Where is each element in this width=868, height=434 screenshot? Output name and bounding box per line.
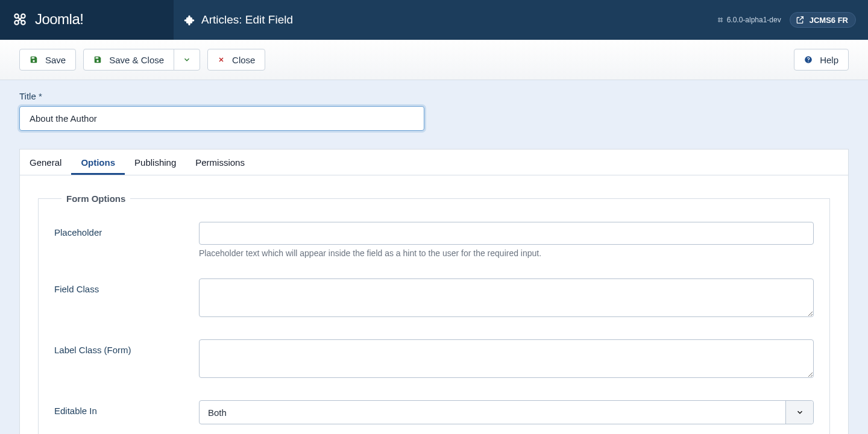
placeholder-desc: Placeholder text which will appear insid… bbox=[199, 248, 814, 258]
page-title: Articles: Edit Field bbox=[201, 13, 293, 27]
joomla-icon bbox=[12, 11, 28, 27]
close-icon bbox=[218, 56, 225, 63]
field-class-input[interactable] bbox=[199, 278, 814, 317]
toolbar: Save Save & Close Close bbox=[0, 40, 868, 80]
field-class-label: Field Class bbox=[54, 278, 199, 294]
title-label: Title * bbox=[19, 91, 849, 101]
svg-point-4 bbox=[718, 18, 720, 20]
version-badge: 6.0.0-alpha1-dev bbox=[717, 16, 781, 24]
tabs: General Options Publishing Permissions bbox=[20, 149, 848, 175]
chevron-down-icon bbox=[183, 55, 191, 64]
chevron-down-icon bbox=[785, 401, 813, 424]
form-options-legend: Form Options bbox=[61, 193, 130, 204]
page-title-wrap: Articles: Edit Field bbox=[183, 13, 293, 27]
header-main: Articles: Edit Field 6.0.0-alpha1-dev JC… bbox=[174, 0, 868, 40]
tab-options[interactable]: Options bbox=[71, 149, 125, 175]
header-right: 6.0.0-alpha1-dev JCMS6 FR bbox=[717, 12, 856, 28]
content-area: Title * General Options Publishing Permi… bbox=[0, 80, 868, 434]
header-bar: Joomla! Articles: Edit Field 6.0.0-alpha… bbox=[0, 0, 868, 40]
puzzle-icon bbox=[183, 14, 195, 26]
close-label: Close bbox=[232, 55, 255, 65]
close-button[interactable]: Close bbox=[207, 49, 265, 71]
save-button[interactable]: Save bbox=[19, 49, 76, 71]
save-icon bbox=[30, 55, 38, 64]
editable-in-select[interactable]: Both bbox=[199, 400, 814, 424]
tab-permissions[interactable]: Permissions bbox=[186, 149, 254, 175]
site-link-pill[interactable]: JCMS6 FR bbox=[790, 12, 856, 28]
row-editable-in: Editable In Both bbox=[54, 400, 814, 424]
editable-in-label: Editable In bbox=[54, 400, 199, 416]
brand-area: Joomla! bbox=[0, 0, 174, 40]
save-close-button[interactable]: Save & Close bbox=[83, 49, 174, 71]
version-text: 6.0.0-alpha1-dev bbox=[727, 16, 781, 24]
label-class-input[interactable] bbox=[199, 339, 814, 378]
svg-point-5 bbox=[720, 18, 722, 20]
save-icon bbox=[93, 55, 102, 64]
help-label: Help bbox=[820, 55, 838, 65]
row-placeholder: Placeholder Placeholder text which will … bbox=[54, 222, 814, 258]
editable-in-value: Both bbox=[200, 407, 785, 418]
brand-text: Joomla! bbox=[35, 11, 84, 27]
tab-general[interactable]: General bbox=[20, 149, 71, 175]
placeholder-input[interactable] bbox=[199, 222, 814, 245]
title-input[interactable] bbox=[19, 106, 424, 131]
joomla-mini-icon bbox=[717, 16, 724, 24]
svg-point-6 bbox=[718, 20, 720, 22]
question-icon bbox=[804, 55, 813, 64]
placeholder-label: Placeholder bbox=[54, 222, 199, 237]
row-field-class: Field Class bbox=[54, 278, 814, 319]
tab-publishing[interactable]: Publishing bbox=[125, 149, 186, 175]
form-options-fieldset: Form Options Placeholder Placeholder tex… bbox=[38, 193, 830, 434]
save-close-group: Save & Close bbox=[83, 49, 200, 71]
tabpanel: General Options Publishing Permissions F… bbox=[19, 149, 849, 434]
joomla-logo: Joomla! bbox=[12, 11, 83, 29]
save-close-label: Save & Close bbox=[109, 55, 164, 65]
save-dropdown-button[interactable] bbox=[174, 49, 200, 71]
help-button[interactable]: Help bbox=[794, 49, 849, 71]
save-label: Save bbox=[45, 55, 66, 65]
row-label-class: Label Class (Form) bbox=[54, 339, 814, 380]
external-link-icon bbox=[795, 15, 805, 25]
svg-point-7 bbox=[720, 20, 722, 22]
label-class-label: Label Class (Form) bbox=[54, 339, 199, 355]
site-name: JCMS6 FR bbox=[810, 16, 848, 25]
